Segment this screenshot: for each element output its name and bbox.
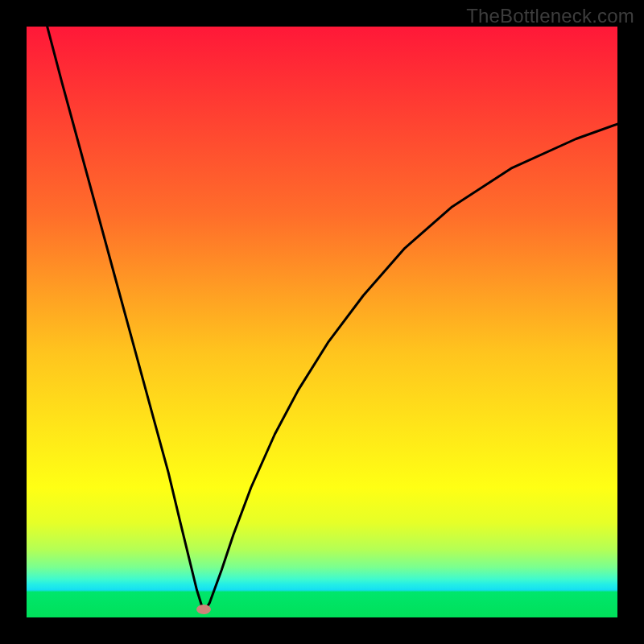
bottleneck-curve bbox=[27, 27, 617, 617]
watermark-text: TheBottleneck.com bbox=[466, 5, 634, 27]
optimal-marker-icon bbox=[196, 605, 211, 614]
plot-area bbox=[27, 27, 617, 617]
chart-frame: TheBottleneck.com bbox=[0, 0, 644, 644]
